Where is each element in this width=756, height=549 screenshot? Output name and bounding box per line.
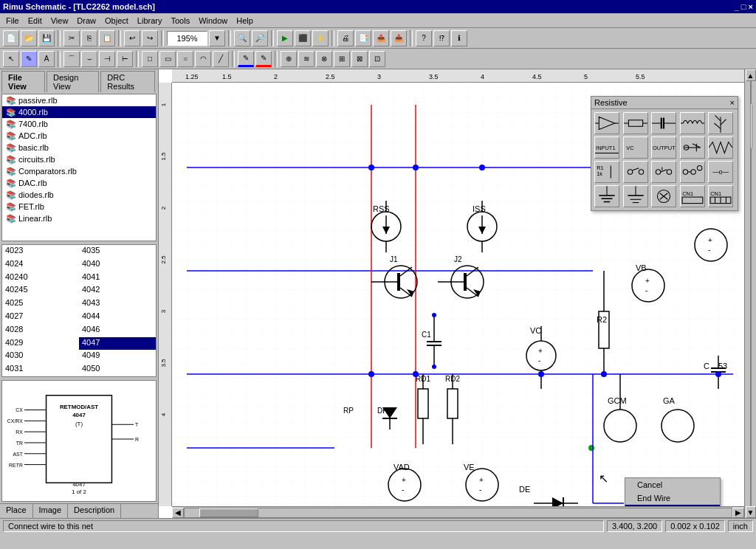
print2-btn[interactable]: 📑 xyxy=(355,30,371,46)
zoom-out-btn[interactable]: 🔎 xyxy=(252,30,268,46)
resistive-close[interactable]: × xyxy=(730,98,735,107)
cut-btn[interactable]: ✂ xyxy=(63,30,80,46)
tree-dac[interactable]: 📚 DAC.rlb xyxy=(2,177,156,189)
res-sw4[interactable]: —o— xyxy=(708,161,733,183)
res-zigzag[interactable] xyxy=(708,137,733,159)
h-scrollbar[interactable]: ◀ ▶ xyxy=(172,506,744,518)
res-vc[interactable]: VC xyxy=(623,137,648,159)
res-gnd1[interactable] xyxy=(594,185,619,207)
net-btn[interactable]: ⊢ xyxy=(117,51,133,67)
bus-btn[interactable]: ⌣ xyxy=(81,51,97,67)
tab-description[interactable]: Description xyxy=(68,504,121,518)
tree-diodes[interactable]: 📚 diodes.rlb xyxy=(2,189,156,201)
ctx-cancel[interactable]: Cancel xyxy=(625,478,720,491)
tab-design-view[interactable]: Design View xyxy=(47,71,99,92)
menu-file[interactable]: File xyxy=(1,13,24,27)
res-inductor[interactable] xyxy=(680,112,705,134)
res-cap-horiz[interactable] xyxy=(651,112,676,134)
import-btn[interactable]: 📥 xyxy=(391,30,407,46)
tree-basic[interactable]: 📚 basic.rlb xyxy=(2,142,156,153)
part-4042[interactable]: 4042 xyxy=(79,284,156,297)
sym1-btn[interactable]: ⊕ xyxy=(281,51,297,67)
pin-btn[interactable]: ⊣ xyxy=(99,51,115,67)
sym5-btn[interactable]: ⊠ xyxy=(351,51,368,67)
open-btn[interactable]: 📂 xyxy=(21,30,37,46)
tree-fet[interactable]: 📚 FET.rlb xyxy=(2,201,156,213)
res-cn1-a[interactable]: CN1 xyxy=(680,185,705,207)
part-4050[interactable]: 4050 xyxy=(79,363,156,376)
res-input1[interactable]: INPUT1 xyxy=(594,137,619,159)
part-4029[interactable]: 4029 xyxy=(2,337,79,351)
part-4043[interactable]: 4043 xyxy=(79,297,156,311)
print-btn[interactable]: 🖨 xyxy=(337,30,354,46)
ctx-end-wire[interactable]: End Wire xyxy=(625,491,720,505)
part-4023[interactable]: 4023 xyxy=(2,245,79,258)
res-sw1[interactable] xyxy=(623,161,648,183)
part-4025[interactable]: 4025 xyxy=(2,297,79,311)
menu-help[interactable]: Help xyxy=(232,13,258,27)
tree-linear[interactable]: 📚 Linear.rlb xyxy=(2,213,156,224)
res-bulb[interactable] xyxy=(651,185,676,207)
part-4027[interactable]: 4027 xyxy=(2,311,79,324)
part-4046[interactable]: 4046 xyxy=(79,324,156,337)
ctx-connect-wire[interactable]: Connect Wire To ▶ xyxy=(625,505,720,506)
minimize-btn[interactable]: _ xyxy=(735,2,739,11)
schematic-canvas[interactable]: 1.25 1.5 2 2.5 3 3.5 4 4.5 5 5.5 1 1.5 2… xyxy=(159,69,744,518)
maximize-btn[interactable]: □ xyxy=(741,2,746,11)
res-sw3[interactable] xyxy=(680,161,705,183)
zoom-in-btn[interactable]: 🔍 xyxy=(234,30,250,46)
part-4044[interactable]: 4044 xyxy=(79,311,156,324)
tree-circuits[interactable]: 📚 circuits.rlb xyxy=(2,153,156,165)
menu-tools[interactable]: Tools xyxy=(166,13,194,27)
tab-file-view[interactable]: File View xyxy=(1,71,45,93)
tab-place[interactable]: Place xyxy=(0,504,33,518)
res-resistor[interactable] xyxy=(623,112,648,134)
wire-btn[interactable]: ⌒ xyxy=(63,51,80,67)
res-buffer[interactable] xyxy=(594,112,619,134)
tree-comparators[interactable]: 📚 Comparators.rlb xyxy=(2,165,156,177)
line-btn[interactable]: ╱ xyxy=(213,51,229,67)
run-btn[interactable]: ▶ xyxy=(277,30,293,46)
arc-btn[interactable]: ◠ xyxy=(195,51,211,67)
menu-view[interactable]: View xyxy=(47,13,73,27)
part-4024[interactable]: 4024 xyxy=(2,258,79,272)
scroll-right-btn[interactable]: ▶ xyxy=(732,508,744,518)
color2-btn[interactable]: ✎ xyxy=(255,51,272,67)
part-40240[interactable]: 40240 xyxy=(2,272,79,285)
rect-btn[interactable]: □ xyxy=(142,51,158,67)
menu-library[interactable]: Library xyxy=(133,13,167,27)
res-gnd2[interactable] xyxy=(623,185,648,207)
tree-passive[interactable]: 📚 passive.rlb xyxy=(2,94,156,106)
zoom-dropdown[interactable]: ▼ xyxy=(209,30,225,46)
res-cn1-b[interactable]: CN1 xyxy=(708,185,733,207)
close-btn[interactable]: × xyxy=(749,2,753,11)
sim-btn[interactable]: ⚡ xyxy=(312,30,329,46)
part-4028[interactable]: 4028 xyxy=(2,324,79,337)
scroll-down-btn[interactable]: ▼ xyxy=(746,506,756,518)
zoom-display[interactable]: 195% xyxy=(167,31,207,46)
part-4030[interactable]: 4030 xyxy=(2,350,79,363)
tab-drc-results[interactable]: DRC Results xyxy=(100,71,155,92)
tree-adc[interactable]: 📚 ADC.rlb xyxy=(2,130,156,142)
res-xswitch[interactable] xyxy=(680,137,705,159)
part-4040[interactable]: 4040 xyxy=(79,258,156,272)
part-4047[interactable]: 4047 xyxy=(79,337,156,351)
sym2-btn[interactable]: ≋ xyxy=(298,51,315,67)
help3-btn[interactable]: ℹ xyxy=(451,30,467,46)
text-btn[interactable]: A xyxy=(38,51,55,67)
help2-btn[interactable]: ⁉ xyxy=(433,30,450,46)
menu-draw[interactable]: Draw xyxy=(72,13,100,27)
sym6-btn[interactable]: ⊡ xyxy=(369,51,385,67)
res-sw2[interactable] xyxy=(651,161,676,183)
stop-btn[interactable]: ⬛ xyxy=(295,30,311,46)
color1-btn[interactable]: ✎ xyxy=(238,51,254,67)
edit-mode-btn[interactable]: ✎ xyxy=(21,51,37,67)
help1-btn[interactable]: ? xyxy=(416,30,432,46)
sym3-btn[interactable]: ⊗ xyxy=(316,51,332,67)
sym4-btn[interactable]: ⊞ xyxy=(334,51,350,67)
res-r1[interactable]: R1 1k xyxy=(594,161,619,183)
tree-4000[interactable]: 📚 4000.rlb xyxy=(2,106,156,118)
redo-btn[interactable]: ↪ xyxy=(142,30,158,46)
tree-7400[interactable]: 📚 7400.rlb xyxy=(2,118,156,130)
part-4035[interactable]: 4035 xyxy=(79,245,156,258)
